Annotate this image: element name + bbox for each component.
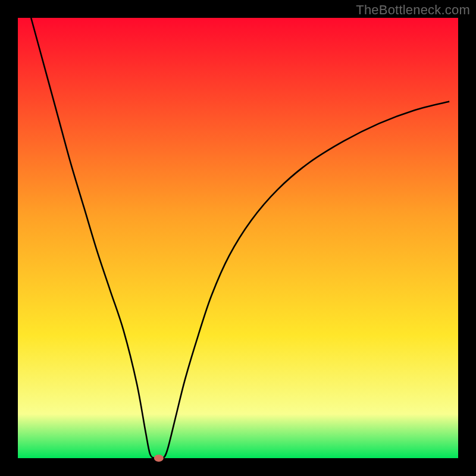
watermark-text: TheBottleneck.com [356, 2, 470, 18]
chart-svg [0, 0, 476, 476]
plot-area [18, 18, 458, 458]
nadir-marker [154, 455, 164, 462]
chart-container: TheBottleneck.com [0, 0, 476, 476]
